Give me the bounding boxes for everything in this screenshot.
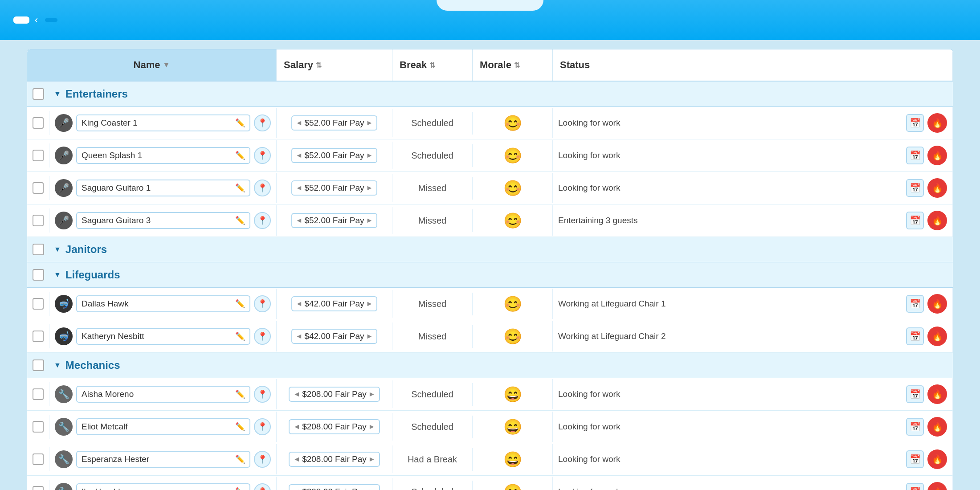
- calendar-button[interactable]: 📅: [906, 385, 924, 403]
- name-sort-icon[interactable]: ▼: [163, 61, 170, 69]
- location-button[interactable]: 📍: [254, 328, 271, 345]
- row-checkbox[interactable]: [27, 480, 49, 490]
- group-checkbox-janitors[interactable]: [27, 244, 49, 255]
- row-checkbox[interactable]: [27, 143, 49, 167]
- salary-increase-button[interactable]: ►: [366, 184, 373, 192]
- salary-increase-button[interactable]: ►: [368, 455, 376, 463]
- salary-decrease-button[interactable]: ◄: [296, 151, 303, 159]
- salary-increase-button[interactable]: ►: [366, 332, 373, 340]
- salary-decrease-button[interactable]: ◄: [293, 390, 300, 398]
- col-morale[interactable]: Morale ⇅: [473, 49, 553, 81]
- fire-button[interactable]: 🔥: [927, 327, 947, 346]
- calendar-button[interactable]: 📅: [906, 295, 924, 313]
- salary-increase-button[interactable]: ►: [368, 423, 376, 431]
- fire-button[interactable]: 🔥: [927, 482, 947, 490]
- fire-button[interactable]: 🔥: [927, 211, 947, 230]
- location-button[interactable]: 📍: [254, 418, 271, 435]
- calendar-button[interactable]: 📅: [906, 483, 924, 490]
- group-checkbox-lifeguards[interactable]: [27, 269, 49, 281]
- edit-icon[interactable]: ✏️: [235, 299, 245, 309]
- row-checkbox[interactable]: [27, 176, 49, 200]
- edit-icon[interactable]: ✏️: [235, 183, 245, 193]
- collapse-icon-entertainers[interactable]: ▼: [54, 90, 61, 98]
- calendar-button[interactable]: 📅: [906, 179, 924, 197]
- col-name[interactable]: Name ▼: [27, 49, 277, 81]
- collapse-icon-janitors[interactable]: ▼: [54, 245, 61, 253]
- fire-button[interactable]: 🔥: [927, 417, 947, 437]
- location-button[interactable]: 📍: [254, 212, 271, 229]
- name-input[interactable]: Queen Splash 1 ✏️: [76, 147, 250, 164]
- edit-icon[interactable]: ✏️: [235, 151, 245, 160]
- salary-decrease-button[interactable]: ◄: [296, 184, 303, 192]
- calendar-button[interactable]: 📅: [906, 212, 924, 229]
- fire-button[interactable]: 🔥: [927, 294, 947, 314]
- salary-sort-icon[interactable]: ⇅: [316, 61, 322, 69]
- row-checkbox[interactable]: [27, 324, 49, 348]
- location-button[interactable]: 📍: [254, 295, 271, 312]
- morale-sort-icon[interactable]: ⇅: [514, 61, 520, 69]
- salary-increase-button[interactable]: ►: [368, 390, 376, 398]
- name-input[interactable]: Katheryn Nesbitt ✏️: [76, 328, 250, 345]
- fire-button[interactable]: 🔥: [927, 113, 947, 133]
- group-checkbox-entertainers[interactable]: [27, 88, 49, 100]
- col-break[interactable]: Break ⇅: [392, 49, 473, 81]
- exit-button[interactable]: [13, 16, 29, 24]
- row-checkbox[interactable]: [27, 447, 49, 471]
- break-sort-icon[interactable]: ⇅: [429, 61, 435, 69]
- salary-decrease-button[interactable]: ◄: [296, 300, 303, 308]
- salary-decrease-button[interactable]: ◄: [296, 332, 303, 340]
- salary-decrease-button[interactable]: ◄: [293, 455, 300, 463]
- name-input[interactable]: King Coaster 1 ✏️: [76, 114, 250, 131]
- group-checkbox-mechanics[interactable]: [27, 359, 49, 371]
- edit-icon[interactable]: ✏️: [235, 422, 245, 432]
- row-checkbox[interactable]: [27, 208, 49, 233]
- salary-decrease-button[interactable]: ◄: [296, 119, 303, 127]
- edit-icon[interactable]: ✏️: [235, 389, 245, 399]
- group-label-lifeguards[interactable]: ▼ Lifeguards: [49, 269, 953, 281]
- fire-button[interactable]: 🔥: [927, 449, 947, 469]
- edit-icon[interactable]: ✏️: [235, 454, 245, 464]
- location-button[interactable]: 📍: [254, 180, 271, 196]
- salary-decrease-button[interactable]: ◄: [293, 488, 300, 490]
- group-label-entertainers[interactable]: ▼ Entertainers: [49, 88, 953, 100]
- calendar-button[interactable]: 📅: [906, 114, 924, 132]
- salary-decrease-button[interactable]: ◄: [293, 423, 300, 431]
- calendar-button[interactable]: 📅: [906, 418, 924, 436]
- col-salary[interactable]: Salary ⇅: [277, 49, 392, 81]
- group-label-mechanics[interactable]: ▼ Mechanics: [49, 359, 953, 372]
- location-button[interactable]: 📍: [254, 147, 271, 164]
- fire-button[interactable]: 🔥: [927, 178, 947, 198]
- edit-icon[interactable]: ✏️: [235, 331, 245, 341]
- location-button[interactable]: 📍: [254, 114, 271, 131]
- edit-icon[interactable]: ✏️: [235, 487, 245, 490]
- salary-increase-button[interactable]: ►: [366, 216, 373, 225]
- collapse-icon-lifeguards[interactable]: ▼: [54, 271, 61, 279]
- row-checkbox[interactable]: [27, 382, 49, 406]
- calendar-button[interactable]: 📅: [906, 450, 924, 468]
- salary-increase-button[interactable]: ►: [366, 119, 373, 127]
- salary-increase-button[interactable]: ►: [368, 488, 376, 490]
- name-input[interactable]: Eliot Metcalf ✏️: [76, 418, 250, 435]
- group-label-janitors[interactable]: ▼ Janitors: [49, 243, 953, 256]
- row-checkbox[interactable]: [27, 111, 49, 135]
- location-button[interactable]: 📍: [254, 386, 271, 403]
- collapse-icon-mechanics[interactable]: ▼: [54, 361, 61, 369]
- location-button[interactable]: 📍: [254, 483, 271, 490]
- location-button[interactable]: 📍: [254, 451, 271, 468]
- salary-increase-button[interactable]: ►: [366, 300, 373, 308]
- edit-icon[interactable]: ✏️: [235, 118, 245, 128]
- name-input[interactable]: Ike Herold ✏️: [76, 483, 250, 490]
- calendar-button[interactable]: 📅: [906, 147, 924, 164]
- calendar-button[interactable]: 📅: [906, 327, 924, 345]
- name-input[interactable]: Esperanza Hester ✏️: [76, 451, 250, 468]
- salary-decrease-button[interactable]: ◄: [296, 216, 303, 225]
- name-input[interactable]: Saguaro Guitaro 3 ✏️: [76, 212, 250, 229]
- row-checkbox[interactable]: [27, 292, 49, 316]
- name-input[interactable]: Saguaro Guitaro 1 ✏️: [76, 180, 250, 196]
- name-input[interactable]: Aisha Moreno ✏️: [76, 386, 250, 403]
- salary-increase-button[interactable]: ►: [366, 151, 373, 159]
- fire-button[interactable]: 🔥: [927, 384, 947, 404]
- name-input[interactable]: Dallas Hawk ✏️: [76, 295, 250, 312]
- fire-button[interactable]: 🔥: [927, 146, 947, 165]
- edit-icon[interactable]: ✏️: [235, 216, 245, 225]
